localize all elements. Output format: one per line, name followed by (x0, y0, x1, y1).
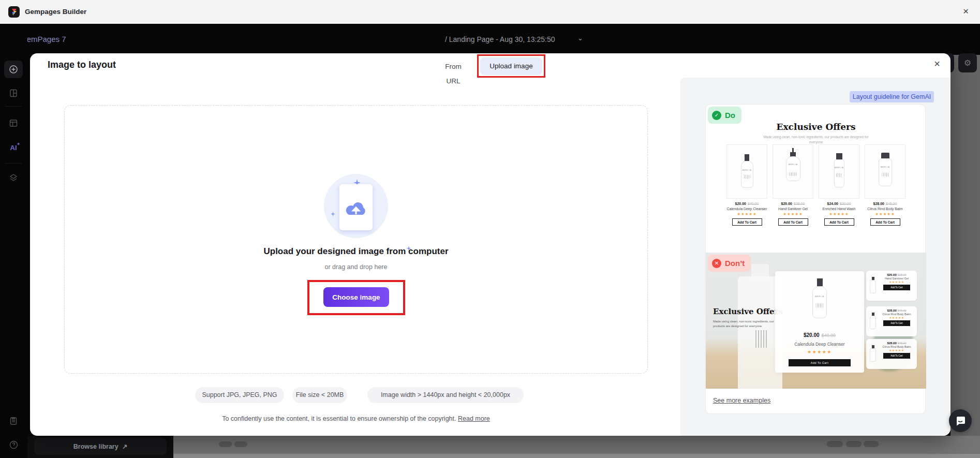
image-to-layout-modal: Image to layout From URL Upload image × … (30, 53, 951, 436)
titlebar: Gempages Builder × (0, 0, 980, 24)
requirement-pill-filesize: File size < 20MB (292, 387, 347, 403)
product-image: AMELIA (726, 144, 767, 199)
support-chat-button[interactable] (949, 409, 972, 432)
copyright-note: To confidently use the content, it is es… (149, 415, 563, 422)
skeleton-bar (234, 441, 247, 447)
add-to-cart-button: Add To Cart (870, 218, 900, 226)
question-circle-icon (9, 440, 19, 450)
star-rating: ★★★★★ (865, 212, 905, 216)
star-rating: ★★★★★ (819, 212, 859, 216)
star-rating: ★★★★★ (879, 280, 915, 284)
dimmed-canvas-right (951, 55, 980, 458)
price: $20.00 (781, 202, 792, 205)
product-card: AMELIA $20.00$28.00 Hand Sanitizer Gel ★… (773, 144, 813, 226)
add-to-cart-button: Add To Cart (824, 218, 854, 226)
do-example-subtitle: Made using clean, non-toxic ingredients,… (759, 135, 873, 145)
sidebar-layers-button[interactable] (4, 169, 23, 186)
old-price: $45.00 (898, 342, 907, 345)
add-to-cart-button: Add To Cart (789, 359, 851, 366)
star-rating: ★★★★★ (879, 316, 915, 319)
cross-circle-icon: ✕ (712, 259, 721, 268)
product-name: Hand Sanitizer Gel (773, 207, 813, 211)
see-more-examples-link[interactable]: See more examples (713, 397, 770, 404)
settings-gear-button[interactable]: ⚙ (958, 53, 977, 72)
sidebar-templates-button[interactable] (4, 84, 23, 102)
read-more-link[interactable]: Read more (458, 415, 490, 422)
sidebar-ai-button[interactable]: AI ✦ (4, 139, 23, 156)
product-image: AMELIA (819, 144, 859, 199)
sidebar-add-element-button[interactable] (4, 61, 23, 78)
old-price: $28.00 (898, 273, 907, 276)
star-rating: ★★★★★ (726, 212, 767, 216)
layers-icon (9, 173, 18, 182)
upload-subheading: or drag and drop here (201, 263, 511, 271)
add-to-cart-button: Add To Cart (778, 218, 808, 226)
sidebar-clipboard-button[interactable] (4, 412, 23, 430)
copyright-text: To confidently use the content, it is es… (222, 415, 456, 422)
upload-dropzone[interactable] (64, 105, 648, 374)
ai-sparkle-icon: ✦ (17, 142, 20, 146)
tab-from-url[interactable]: From URL (438, 60, 469, 74)
do-product-grid: AMELIA $20.00$40.00 Calendula Deep Clean… (726, 144, 905, 226)
do-example-title: Exclusive Offers (706, 122, 926, 132)
library-panel-footer: Browse library ↗ (27, 436, 173, 458)
modal-close-icon[interactable]: × (929, 56, 945, 72)
dont-example-photo: Exclusive Offers Made using clean, non-t… (706, 253, 926, 389)
product-card: AMELIA $20.00$40.00 Calendula Deep Clean… (726, 144, 767, 226)
old-price: $45.00 (898, 309, 907, 312)
modal-title: Image to layout (48, 60, 116, 70)
product-name: Calendula Deep Cleanser (726, 207, 767, 211)
chevron-down-icon[interactable]: ⌄ (577, 24, 583, 55)
app-window: Gempages Builder × GemPages 7 ↶ ↷ (0, 0, 980, 458)
old-price: $28.00 (794, 202, 805, 205)
skeleton-bar (219, 441, 232, 447)
product-name: Enriched Hand Wash (819, 207, 859, 211)
sidebar-divider (5, 163, 22, 164)
side-product-card: $28.00$45.00 Citrus Rind Body Balm ★★★★★… (866, 339, 917, 369)
upload-heading: Upload your designed image from computer (201, 246, 511, 257)
sidebar-help-button[interactable] (4, 436, 23, 453)
featured-product-card: AMELIA $20.00$40.00 Calendula Deep Clean… (775, 271, 864, 373)
star-rating: ★★★★★ (773, 212, 813, 216)
builder-toolbar: GemPages 7 ↶ ↷ / Landing Page - Aug 30, … (0, 24, 980, 55)
requirement-pill-dimensions: Image width > 1440px and height < 20,000… (367, 387, 524, 403)
app-title: Gempages Builder (25, 0, 86, 24)
old-price: $30.00 (840, 202, 851, 205)
window-close-icon[interactable]: × (963, 0, 969, 24)
cloud-upload-icon (344, 198, 368, 219)
dont-example-subtitle: Made using clean, non-toxic ingredients,… (713, 319, 785, 329)
layout-icon (9, 119, 18, 128)
price: $28.00 (873, 202, 884, 205)
product-name: Citrus Rind Body Balm (879, 345, 915, 348)
sidebar-divider (5, 106, 22, 107)
breadcrumb[interactable]: / Landing Page - Aug 30, 13:25:50 (445, 24, 555, 55)
logo-glyph (11, 9, 18, 16)
dont-label: Don’t (725, 259, 745, 268)
dont-example-title: Exclusive Offers (713, 307, 783, 316)
sidebar-sections-button[interactable] (4, 114, 23, 132)
brand-gempages7[interactable]: GemPages 7 (21, 24, 66, 55)
skeleton-bar (846, 441, 862, 447)
add-to-cart-button: Add To Cart (883, 285, 910, 290)
skeleton-bar (864, 441, 879, 447)
price: $24.00 (827, 202, 838, 205)
clipboard-icon (9, 416, 18, 425)
old-price: $40.00 (822, 333, 836, 338)
chat-bubble-icon (955, 415, 966, 426)
add-to-cart-button: Add To Cart (883, 320, 910, 326)
product-name: Citrus Rind Body Balm (865, 207, 905, 211)
guideline-panel: Layout guideline for GemAI ✓ Do Exclusiv… (680, 78, 951, 436)
price: $20.00 (804, 332, 820, 338)
side-product-card: $20.00$28.00 Hand Sanitizer Gel ★★★★★ Ad… (866, 271, 917, 301)
do-label: Do (725, 111, 735, 120)
star-rating: ★★★★★ (775, 349, 864, 354)
star-rating: ★★★★★ (879, 349, 915, 352)
tab-upload-image[interactable]: Upload image (480, 57, 542, 75)
add-to-cart-button: Add To Cart (883, 353, 910, 359)
add-to-cart-button: Add To Cart (732, 218, 762, 226)
plus-circle-icon (9, 65, 18, 74)
product-image: AMELIA (773, 144, 813, 199)
choose-image-button[interactable]: Choose image (323, 287, 389, 307)
browse-library-button[interactable]: Browse library ↗ (34, 438, 167, 455)
old-price: $40.00 (748, 202, 759, 205)
